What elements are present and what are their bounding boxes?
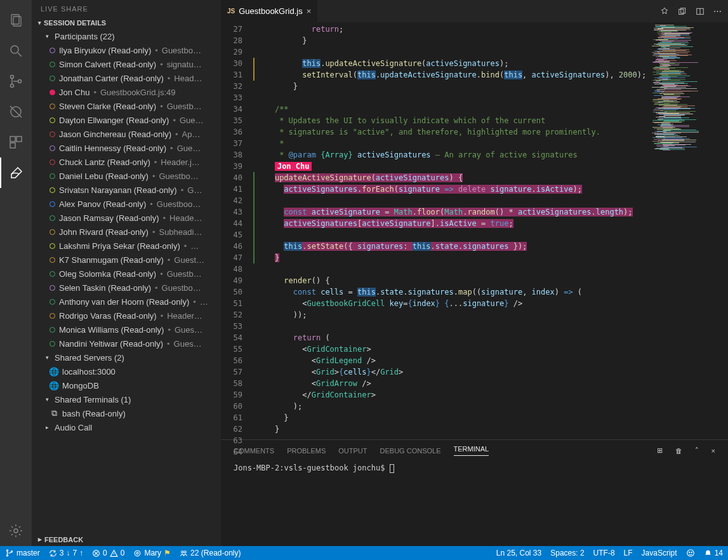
- more-icon[interactable]: ⋯: [713, 6, 722, 16]
- sidebar-title: LIVE SHARE: [32, 0, 221, 17]
- explorer-icon[interactable]: [0, 5, 32, 36]
- settings-gear-icon[interactable]: [0, 516, 32, 546]
- tab-filename: GuestbookGrid.js: [239, 6, 302, 16]
- presence-dot-icon: [50, 201, 55, 207]
- split-panel-icon[interactable]: ⊞: [657, 446, 663, 455]
- presence-dot-icon: [50, 76, 55, 81]
- presence-dot-icon: [50, 187, 55, 193]
- participant-item[interactable]: Caitlin Hennessy (Read-only) • Gue…: [32, 141, 221, 155]
- participant-item[interactable]: Chuck Lantz (Read-only) • Header.j…: [32, 155, 221, 169]
- participant-item[interactable]: Jon Chu • GuestbookGrid.js:49: [32, 85, 221, 99]
- participant-item[interactable]: Oleg Solomka (Read-only) • Guestb…: [32, 267, 221, 281]
- shared-terminals-header[interactable]: ▾Shared Terminals (1): [32, 392, 221, 406]
- presence-dot-icon: [50, 48, 55, 53]
- participant-item[interactable]: Nandini Yeltiwar (Read-only) • Gues…: [32, 337, 221, 350]
- close-icon[interactable]: ×: [711, 447, 715, 455]
- panel-tab-debug-console[interactable]: DEBUG CONSOLE: [380, 447, 441, 455]
- shared-terminal-item[interactable]: ⧉bash (Read-only): [32, 406, 221, 420]
- status-live-share-user[interactable]: Mary ⚑: [133, 549, 171, 557]
- participant-item[interactable]: Simon Calvert (Read-only) • signatu…: [32, 57, 221, 71]
- status-problems[interactable]: 0 0: [92, 549, 124, 557]
- status-notifications[interactable]: 14: [704, 549, 723, 557]
- participant-item[interactable]: Ilya Biryukov (Read-only) • Guestbo…: [32, 43, 221, 57]
- participant-item[interactable]: Lakshmi Priya Sekar (Read-only) • …: [32, 239, 221, 253]
- presence-dot-icon: [50, 117, 55, 123]
- presence-dot-icon: [50, 327, 55, 333]
- feedback-header[interactable]: ▸ FEEDBACK: [32, 532, 221, 546]
- participant-item[interactable]: Srivatsn Narayanan (Read-only) • G…: [32, 183, 221, 197]
- activity-bar: [0, 0, 32, 546]
- presence-dot-icon: [50, 285, 55, 291]
- shared-servers-header[interactable]: ▾Shared Servers (2): [32, 350, 221, 364]
- participant-item[interactable]: Alex Panov (Read-only) • Guestboo…: [32, 197, 221, 211]
- participant-item[interactable]: Dayton Ellwanger (Read-only) • Gue…: [32, 113, 221, 127]
- presence-dot-icon: [50, 229, 55, 235]
- minimap[interactable]: [649, 22, 719, 439]
- split-editor-icon[interactable]: [696, 7, 705, 16]
- participant-item[interactable]: Anthony van der Hoorn (Read-only) • …: [32, 295, 221, 309]
- svg-rect-11: [10, 143, 15, 148]
- bottom-panel: COMMENTSPROBLEMSOUTPUTDEBUG CONSOLETERMI…: [221, 439, 728, 546]
- presence-dot-icon: [50, 257, 55, 263]
- presence-dot-icon: [50, 90, 55, 95]
- presence-dot-icon: [50, 313, 55, 319]
- change-indicator: [251, 22, 256, 439]
- pin-icon[interactable]: [660, 7, 669, 16]
- participant-item[interactable]: Selen Taskin (Read-only) • Guestbo…: [32, 281, 221, 295]
- participant-item[interactable]: Steven Clarke (Read-only) • Guestb…: [32, 99, 221, 113]
- participants-header[interactable]: ▾Participants (22): [32, 29, 221, 43]
- vertical-scrollbar[interactable]: [719, 22, 728, 439]
- participant-item[interactable]: K7 Shanmugam (Read-only) • Guest…: [32, 253, 221, 267]
- tab-actions: ⋯: [654, 0, 728, 22]
- participant-item[interactable]: Jason Ramsay (Read-only) • Heade…: [32, 211, 221, 225]
- shared-server-item[interactable]: 🌐MongoDB: [32, 378, 221, 392]
- participant-item[interactable]: Daniel Lebu (Read-only) • Guestbo…: [32, 169, 221, 183]
- shared-server-item[interactable]: 🌐localhost:3000: [32, 364, 221, 378]
- participant-item[interactable]: Rodrigo Varas (Read-only) • Header…: [32, 309, 221, 323]
- svg-point-27: [184, 550, 186, 552]
- svg-point-29: [689, 552, 689, 552]
- participant-item[interactable]: John Rivard (Read-only) • Subheadi…: [32, 225, 221, 239]
- svg-point-18: [6, 555, 8, 556]
- svg-rect-10: [17, 137, 22, 142]
- panel-tab-terminal[interactable]: TERMINAL: [454, 445, 489, 456]
- split-copy-icon[interactable]: [678, 7, 687, 16]
- chevron-up-icon[interactable]: ˄: [695, 446, 699, 455]
- editor-group: JS GuestbookGrid.js × ⋯ 2728293031323334…: [221, 0, 728, 546]
- debug-icon[interactable]: [0, 97, 32, 127]
- participant-item[interactable]: Jonathan Carter (Read-only) • Head…: [32, 71, 221, 85]
- panel-tab-problems[interactable]: PROBLEMS: [287, 447, 326, 455]
- svg-rect-14: [681, 8, 685, 13]
- participant-item[interactable]: Monica Williams (Read-only) • Gues…: [32, 323, 221, 337]
- participant-item[interactable]: Jason Ginchereau (Read-only) • Ap…: [32, 127, 221, 141]
- status-spaces[interactable]: Spaces: 2: [550, 549, 584, 557]
- live-share-icon[interactable]: [0, 157, 32, 188]
- line-gutter: 2728293031323334353637383940414243444546…: [221, 22, 251, 439]
- status-bar: master 3↓ 7↑ 0 0 Mary ⚑ 22 (Read-only) L…: [0, 546, 728, 560]
- status-encoding[interactable]: UTF-8: [593, 549, 615, 557]
- tab-guestbookgrid[interactable]: JS GuestbookGrid.js ×: [221, 0, 318, 22]
- close-icon[interactable]: ×: [307, 6, 312, 16]
- extensions-icon[interactable]: [0, 127, 32, 157]
- status-shared[interactable]: 22 (Read-only): [180, 549, 241, 557]
- status-cursor-pos[interactable]: Ln 25, Col 33: [496, 549, 541, 557]
- panel-tab-output[interactable]: OUTPUT: [338, 447, 367, 455]
- svg-point-2: [11, 46, 18, 53]
- terminal-body[interactable]: Jons-MBP-2:vsls-guestbook jonchu$: [221, 461, 728, 546]
- presence-dot-icon: [50, 341, 55, 347]
- svg-rect-1: [13, 17, 21, 26]
- svg-point-17: [6, 550, 8, 551]
- chevron-down-icon: ▾: [46, 354, 51, 361]
- globe-icon: 🌐: [50, 367, 58, 377]
- status-branch[interactable]: master: [5, 549, 40, 557]
- search-icon[interactable]: [0, 36, 32, 66]
- status-feedback-icon[interactable]: [686, 549, 695, 557]
- status-eol[interactable]: LF: [624, 549, 633, 557]
- session-details-header[interactable]: ▾ SESSION DETAILS: [32, 17, 221, 29]
- audio-call-item[interactable]: ▸Audio Call: [32, 420, 221, 434]
- trash-icon[interactable]: 🗑: [675, 447, 682, 455]
- status-language[interactable]: JavaScript: [642, 549, 677, 557]
- source-control-icon[interactable]: [0, 66, 32, 97]
- status-sync[interactable]: 3↓ 7↑: [49, 549, 83, 557]
- svg-line-3: [18, 53, 22, 57]
